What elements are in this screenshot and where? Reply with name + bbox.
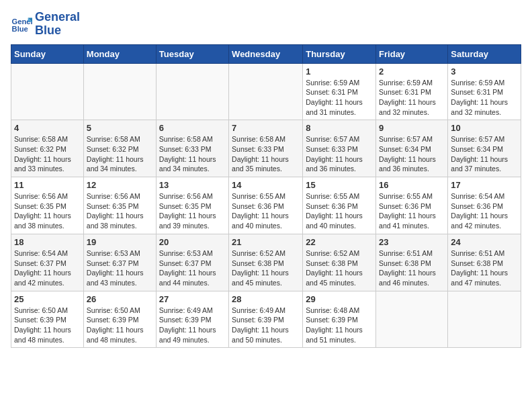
day-number: 25 [14,294,81,304]
day-info: Sunrise: 6:57 AMSunset: 6:33 PMDaylight:… [306,134,373,174]
day-number: 26 [87,294,153,304]
calendar-header-row: SundayMondayTuesdayWednesdayThursdayFrid… [11,44,521,63]
day-info: Sunrise: 6:50 AMSunset: 6:39 PMDaylight:… [87,306,153,345]
calendar-week-5: 25Sunrise: 6:50 AMSunset: 6:39 PMDayligh… [11,291,521,348]
day-info: Sunrise: 6:54 AMSunset: 6:37 PMDaylight:… [14,248,81,288]
day-info: Sunrise: 6:57 AMSunset: 6:34 PMDaylight:… [451,134,518,174]
day-info: Sunrise: 6:56 AMSunset: 6:35 PMDaylight:… [87,191,153,231]
day-info: Sunrise: 6:53 AMSunset: 6:37 PMDaylight:… [87,248,153,288]
calendar-week-2: 4Sunrise: 6:58 AMSunset: 6:32 PMDaylight… [11,120,521,177]
calendar-cell: 8Sunrise: 6:57 AMSunset: 6:33 PMDaylight… [303,120,376,177]
calendar-cell: 11Sunrise: 6:56 AMSunset: 6:35 PMDayligh… [11,177,84,234]
day-info: Sunrise: 6:51 AMSunset: 6:38 PMDaylight:… [451,248,518,288]
calendar-cell [229,63,303,120]
day-info: Sunrise: 6:49 AMSunset: 6:39 PMDaylight:… [159,306,226,345]
day-number: 7 [232,123,300,133]
day-info: Sunrise: 6:57 AMSunset: 6:34 PMDaylight:… [379,134,445,174]
calendar-cell: 23Sunrise: 6:51 AMSunset: 6:38 PMDayligh… [376,234,448,291]
day-number: 3 [451,66,518,77]
day-info: Sunrise: 6:58 AMSunset: 6:32 PMDaylight:… [87,134,153,174]
day-info: Sunrise: 6:59 AMSunset: 6:31 PMDaylight:… [451,78,518,118]
header: General Blue General Blue [11,11,521,38]
calendar-cell: 17Sunrise: 6:54 AMSunset: 6:36 PMDayligh… [448,177,521,234]
calendar-cell: 13Sunrise: 6:56 AMSunset: 6:35 PMDayligh… [156,177,228,234]
day-number: 24 [451,237,518,247]
day-number: 8 [306,123,373,133]
day-number: 16 [379,180,445,190]
day-info: Sunrise: 6:59 AMSunset: 6:31 PMDaylight:… [379,78,445,118]
day-info: Sunrise: 6:55 AMSunset: 6:36 PMDaylight:… [379,191,445,231]
day-number: 11 [14,180,81,190]
day-number: 6 [159,123,226,133]
logo-text: General Blue [35,11,80,38]
calendar-cell: 22Sunrise: 6:52 AMSunset: 6:38 PMDayligh… [303,234,376,291]
day-info: Sunrise: 6:52 AMSunset: 6:38 PMDaylight:… [232,248,300,288]
calendar-week-3: 11Sunrise: 6:56 AMSunset: 6:35 PMDayligh… [11,177,521,234]
day-number: 15 [306,180,373,190]
day-number: 12 [87,180,153,190]
calendar-cell [448,291,521,348]
day-number: 20 [159,237,226,247]
calendar-cell: 29Sunrise: 6:48 AMSunset: 6:39 PMDayligh… [303,291,376,348]
calendar-cell [376,291,448,348]
calendar-cell: 25Sunrise: 6:50 AMSunset: 6:39 PMDayligh… [11,291,84,348]
svg-text:Blue: Blue [12,25,28,33]
day-number: 4 [14,123,81,133]
calendar-cell: 6Sunrise: 6:58 AMSunset: 6:33 PMDaylight… [156,120,228,177]
header-day-tuesday: Tuesday [156,44,228,63]
day-info: Sunrise: 6:58 AMSunset: 6:32 PMDaylight:… [14,134,81,174]
calendar-cell: 18Sunrise: 6:54 AMSunset: 6:37 PMDayligh… [11,234,84,291]
calendar-cell [156,63,228,120]
calendar-cell [11,63,84,120]
day-info: Sunrise: 6:56 AMSunset: 6:35 PMDaylight:… [14,191,81,231]
day-number: 23 [379,237,445,247]
day-info: Sunrise: 6:48 AMSunset: 6:39 PMDaylight:… [306,306,373,345]
day-number: 21 [232,237,300,247]
calendar-cell: 7Sunrise: 6:58 AMSunset: 6:33 PMDaylight… [229,120,303,177]
calendar-cell: 20Sunrise: 6:53 AMSunset: 6:37 PMDayligh… [156,234,228,291]
calendar-cell: 14Sunrise: 6:55 AMSunset: 6:36 PMDayligh… [229,177,303,234]
day-number: 14 [232,180,300,190]
day-info: Sunrise: 6:49 AMSunset: 6:39 PMDaylight:… [232,306,300,345]
calendar-cell: 24Sunrise: 6:51 AMSunset: 6:38 PMDayligh… [448,234,521,291]
header-day-monday: Monday [83,44,156,63]
calendar-cell: 9Sunrise: 6:57 AMSunset: 6:34 PMDaylight… [376,120,448,177]
day-number: 22 [306,237,373,247]
calendar-cell: 10Sunrise: 6:57 AMSunset: 6:34 PMDayligh… [448,120,521,177]
day-number: 13 [159,180,226,190]
day-info: Sunrise: 6:52 AMSunset: 6:38 PMDaylight:… [306,248,373,288]
day-number: 10 [451,123,518,133]
calendar-week-1: 1Sunrise: 6:59 AMSunset: 6:31 PMDaylight… [11,63,521,120]
header-day-thursday: Thursday [303,44,376,63]
header-day-saturday: Saturday [448,44,521,63]
calendar-cell [83,63,156,120]
day-info: Sunrise: 6:54 AMSunset: 6:36 PMDaylight:… [451,191,518,231]
day-number: 19 [87,237,153,247]
day-info: Sunrise: 6:58 AMSunset: 6:33 PMDaylight:… [159,134,226,174]
day-number: 29 [306,294,373,304]
calendar-table: SundayMondayTuesdayWednesdayThursdayFrid… [11,44,521,349]
day-number: 18 [14,237,81,247]
day-number: 5 [87,123,153,133]
calendar-cell: 28Sunrise: 6:49 AMSunset: 6:39 PMDayligh… [229,291,303,348]
day-info: Sunrise: 6:55 AMSunset: 6:36 PMDaylight:… [306,191,373,231]
calendar-cell: 12Sunrise: 6:56 AMSunset: 6:35 PMDayligh… [83,177,156,234]
day-info: Sunrise: 6:58 AMSunset: 6:33 PMDaylight:… [232,134,300,174]
day-number: 28 [232,294,300,304]
day-number: 2 [379,66,445,77]
calendar-cell: 21Sunrise: 6:52 AMSunset: 6:38 PMDayligh… [229,234,303,291]
header-day-wednesday: Wednesday [229,44,303,63]
calendar-cell: 2Sunrise: 6:59 AMSunset: 6:31 PMDaylight… [376,63,448,120]
day-info: Sunrise: 6:56 AMSunset: 6:35 PMDaylight:… [159,191,226,231]
day-info: Sunrise: 6:53 AMSunset: 6:37 PMDaylight:… [159,248,226,288]
day-number: 1 [306,66,373,77]
calendar-cell: 16Sunrise: 6:55 AMSunset: 6:36 PMDayligh… [376,177,448,234]
day-info: Sunrise: 6:50 AMSunset: 6:39 PMDaylight:… [14,306,81,345]
logo: General Blue General Blue [11,11,80,38]
header-day-sunday: Sunday [11,44,84,63]
day-number: 27 [159,294,226,304]
calendar-cell: 27Sunrise: 6:49 AMSunset: 6:39 PMDayligh… [156,291,228,348]
day-info: Sunrise: 6:59 AMSunset: 6:31 PMDaylight:… [306,78,373,118]
header-day-friday: Friday [376,44,448,63]
calendar-cell: 4Sunrise: 6:58 AMSunset: 6:32 PMDaylight… [11,120,84,177]
